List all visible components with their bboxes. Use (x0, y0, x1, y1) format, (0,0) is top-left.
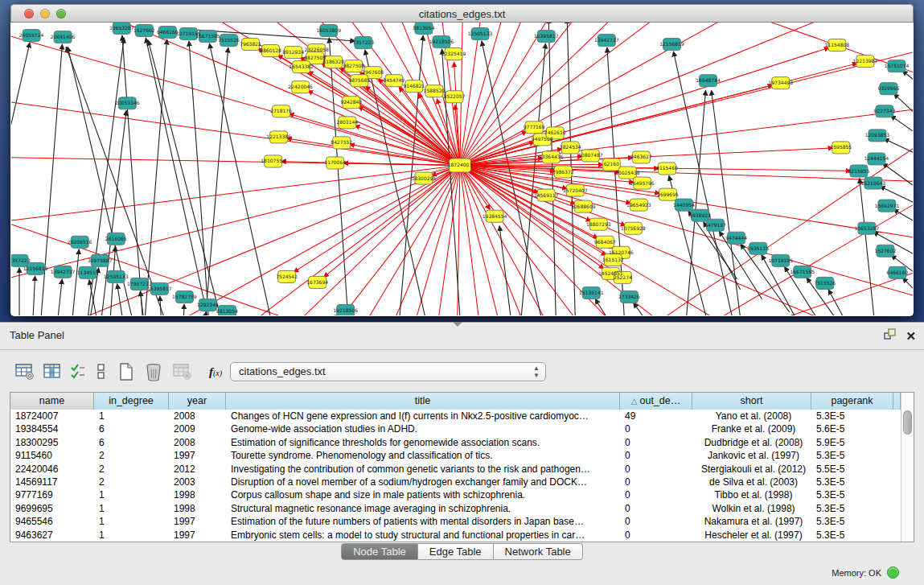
select-columns-icon[interactable] (66, 361, 90, 382)
memory-status-icon[interactable] (887, 566, 899, 579)
table-cell[interactable]: Disruption of a novel member of a sodium… (226, 476, 620, 488)
table-cell[interactable]: Structural magnetic resonance image aver… (226, 502, 620, 515)
table-cell[interactable]: 18300295 (10, 436, 94, 449)
edge[interactable] (72, 249, 79, 315)
edge[interactable] (58, 279, 62, 315)
table-cell[interactable]: 2 (94, 449, 169, 462)
table-cell[interactable]: 6 (94, 422, 169, 435)
edge[interactable] (117, 284, 123, 315)
column-header-title[interactable]: title (226, 393, 620, 410)
edge[interactable] (183, 304, 184, 315)
table-cell[interactable]: Estimation of the future numbers of pati… (226, 515, 620, 528)
table-cell[interactable]: 0 (620, 502, 692, 515)
table-row[interactable]: 1938455462009Genome-wide association stu… (10, 422, 901, 435)
table-cell[interactable]: 9777169 (10, 488, 94, 501)
table-cell[interactable]: 5.3E-5 (811, 502, 893, 515)
table-cell[interactable]: 2008 (169, 410, 226, 422)
table-row[interactable]: 1830029562008Estimation of significance … (10, 436, 901, 449)
table-cell[interactable]: 5.3E-5 (811, 449, 893, 462)
table-cell[interactable]: 9465546 (10, 515, 94, 528)
edge[interactable] (286, 138, 460, 166)
edge[interactable] (343, 163, 460, 166)
table-cell[interactable]: 5.9E-5 (811, 436, 893, 449)
table-select[interactable]: citations_edges.txt ▲▼ (230, 362, 546, 381)
edge[interactable] (101, 110, 126, 315)
tab-edge-table[interactable]: Edge Table (418, 543, 494, 560)
table-row[interactable]: 969969511998Structural magnetic resonanc… (10, 502, 901, 515)
edge[interactable] (712, 90, 741, 315)
table-cell[interactable]: 1997 (169, 449, 226, 462)
edge[interactable] (460, 64, 857, 166)
column-header-year[interactable]: year (169, 393, 226, 410)
edge[interactable] (205, 47, 228, 315)
edge[interactable] (902, 71, 913, 82)
table-cell[interactable]: 5.5E-5 (811, 463, 893, 476)
table-cell[interactable]: 5.3E-5 (811, 410, 893, 422)
table-cell[interactable]: Nakamura et al. (1997) (692, 515, 811, 528)
table-cell[interactable]: 22420046 (10, 463, 94, 476)
edge[interactable] (33, 276, 35, 315)
table-cell[interactable]: 9463627 (10, 529, 94, 542)
table-cell[interactable]: Franke et al. (2009) (692, 422, 811, 435)
show-columns-icon[interactable] (39, 361, 66, 382)
table-row[interactable]: 911546021997Tourette syndrome. Phenomeno… (10, 449, 901, 462)
table-cell[interactable]: 0 (620, 515, 692, 528)
table-cell[interactable]: 9699695 (10, 502, 94, 515)
edge[interactable] (882, 163, 913, 188)
table-cell[interactable]: 0 (620, 422, 692, 435)
edge[interactable] (894, 93, 913, 115)
edge[interactable] (902, 278, 913, 292)
delete-column-icon[interactable] (140, 361, 167, 382)
table-cell[interactable]: 9115460 (10, 449, 94, 462)
table-cell[interactable]: Tibbo et al. (1998) (692, 488, 811, 501)
row-height-icon[interactable] (90, 361, 113, 382)
edge[interactable] (785, 273, 913, 315)
table-cell[interactable]: 0 (620, 436, 692, 449)
table-cell[interactable]: 49 (620, 410, 692, 422)
float-panel-icon[interactable] (884, 328, 896, 344)
table-mode-icon[interactable] (11, 361, 39, 382)
tab-node-table[interactable]: Node Table (341, 543, 418, 560)
window-titlebar[interactable]: citations_edges.txt (10, 4, 914, 23)
network-canvas[interactable]: 2405572420691406106532871527602646616010… (11, 23, 913, 315)
table-cell[interactable]: Investigating the contribution of common… (226, 463, 620, 476)
table-cell[interactable]: 6 (94, 436, 169, 449)
edge[interactable] (189, 41, 208, 315)
table-cell[interactable]: 2003 (169, 476, 226, 488)
table-cell[interactable]: 2 (94, 463, 169, 476)
edge[interactable] (860, 178, 874, 315)
tab-network-table[interactable]: Network Table (494, 543, 583, 560)
edge[interactable] (634, 303, 683, 315)
column-header-short[interactable]: short (692, 393, 811, 410)
table-cell[interactable]: 5.3E-5 (811, 515, 893, 528)
table-cell[interactable]: 2009 (169, 422, 226, 435)
table-cell[interactable]: 5.3E-5 (811, 529, 893, 542)
edge[interactable] (329, 38, 347, 315)
column-header-in-degree[interactable]: in_degree (94, 393, 169, 410)
table-cell[interactable]: Wolkin et al. (1998) (692, 502, 811, 515)
table-cell[interactable]: 0 (620, 476, 692, 488)
table-cell[interactable]: 0 (620, 449, 692, 462)
table-cell[interactable]: 19384554 (10, 422, 94, 435)
table-cell[interactable]: 1 (94, 502, 169, 515)
table-cell[interactable]: 5.3E-5 (811, 476, 893, 488)
table-cell[interactable]: Genome-wide association studies in ADHD. (226, 422, 620, 435)
table-cell[interactable]: 1997 (169, 515, 226, 528)
table-cell[interactable]: 1 (94, 410, 169, 422)
table-cell[interactable]: Yano et al. (2008) (692, 410, 811, 422)
edge[interactable] (358, 106, 460, 165)
table-cell[interactable]: Embryonic stem cells: a model to study s… (226, 529, 620, 542)
table-cell[interactable]: 1 (94, 488, 169, 501)
table-cell[interactable]: 1998 (169, 488, 226, 501)
column-header-name[interactable]: name (10, 393, 94, 410)
table-cell[interactable]: 1998 (169, 502, 226, 515)
table-cell[interactable]: 18724007 (10, 410, 94, 422)
edge[interactable] (11, 43, 30, 315)
table-row[interactable]: 946554611997Estimation of the future num… (10, 515, 901, 528)
table-cell[interactable]: 1 (94, 515, 169, 528)
table-cell[interactable]: Changes of HCN gene expression and I(f) … (226, 410, 620, 422)
scrollbar-thumb[interactable] (903, 410, 912, 435)
table-cell[interactable]: 5.3E-5 (811, 488, 893, 501)
edge[interactable] (828, 290, 865, 315)
table-cell[interactable]: Jankovic et al. (1997) (692, 449, 811, 462)
